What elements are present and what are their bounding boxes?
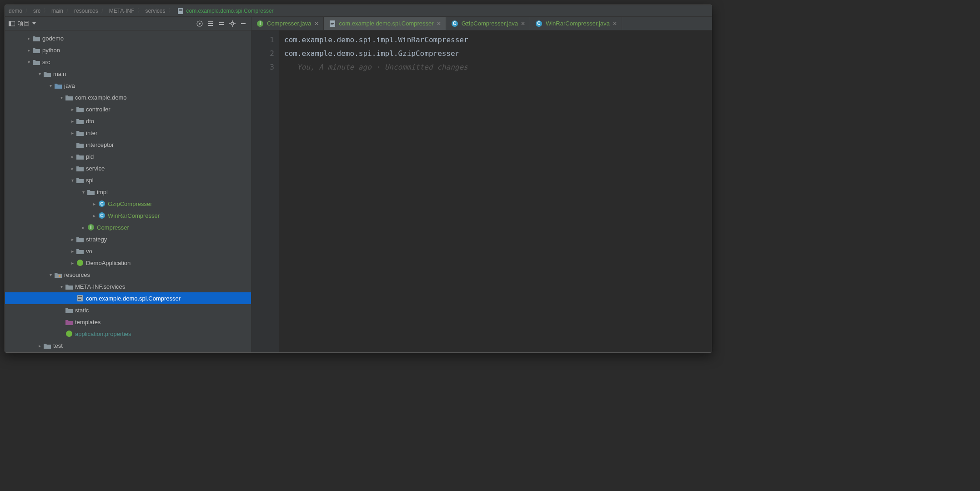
- tree-arrow-icon[interactable]: ▸: [69, 165, 76, 172]
- tree-item[interactable]: ▸dto: [5, 115, 251, 127]
- breadcrumb-part[interactable]: main: [51, 8, 63, 14]
- expand-all-icon[interactable]: [206, 20, 215, 28]
- tree-item[interactable]: ▸strategy: [5, 233, 251, 245]
- tree-item-label: main: [51, 70, 66, 77]
- tree-item[interactable]: ▾java: [5, 80, 251, 91]
- breadcrumb[interactable]: demo〉 src〉 main〉 resources〉 META-INF〉 se…: [5, 5, 712, 17]
- hide-icon[interactable]: [239, 20, 247, 28]
- tree-arrow-icon[interactable]: ▾: [47, 82, 54, 89]
- tree-arrow-icon[interactable]: ▾: [69, 176, 76, 184]
- project-tree[interactable]: ▸godemo▸python▾src▾main▾java▾com.example…: [5, 30, 251, 352]
- svg-rect-11: [219, 22, 224, 23]
- editor-tab[interactable]: ICompresser.java✕: [251, 17, 324, 30]
- tree-arrow-icon[interactable]: ▸: [25, 46, 32, 54]
- tree-arrow-icon[interactable]: ▾: [36, 70, 43, 77]
- tree-arrow-icon[interactable]: ▾: [25, 58, 32, 65]
- tree-item[interactable]: ▸ICompresser: [5, 221, 251, 233]
- project-sidebar: 项目 ▸godemo▸python▾src▾main▾java▾com.exam…: [5, 17, 251, 352]
- tree-arrow-icon[interactable]: ▸: [69, 129, 76, 136]
- tree-item[interactable]: ▸godemo: [5, 32, 251, 44]
- tree-item-label: inter: [84, 130, 97, 136]
- tree-item[interactable]: ▸CWinRarCompresser: [5, 210, 251, 221]
- tree-item[interactable]: ▾META-INF.services: [5, 281, 251, 292]
- tree-item[interactable]: ▾main: [5, 68, 251, 80]
- tree-arrow-icon[interactable]: ▸: [25, 35, 32, 42]
- tree-arrow-icon[interactable]: ▾: [80, 188, 87, 195]
- close-icon[interactable]: ✕: [613, 20, 617, 27]
- tree-item[interactable]: com.example.demo.spi.Compresser: [5, 292, 251, 304]
- folder-icon: [65, 306, 73, 314]
- tab-label: WinRarCompresser.java: [546, 20, 610, 27]
- tree-arrow-icon[interactable]: ▸: [69, 259, 76, 266]
- breadcrumb-part[interactable]: resources: [74, 8, 98, 14]
- tree-item[interactable]: ▸controller: [5, 103, 251, 115]
- tree-item-label: META-INF.services: [73, 283, 125, 290]
- tree-item[interactable]: templates: [5, 316, 251, 328]
- tree-item[interactable]: interceptor: [5, 139, 251, 150]
- code-area[interactable]: com.example.demo.spi.impl.WinRarCompress…: [279, 30, 712, 352]
- folder-icon: [76, 117, 84, 125]
- tree-item[interactable]: ▸inter: [5, 127, 251, 139]
- tree-item[interactable]: ▸python: [5, 44, 251, 56]
- tree-item[interactable]: ▾com.example.demo: [5, 91, 251, 103]
- tree-arrow-icon[interactable]: ▸: [69, 247, 76, 255]
- editor[interactable]: 1 2 3 com.example.demo.spi.impl.WinRarCo…: [251, 30, 712, 352]
- tree-arrow-icon[interactable]: ▾: [58, 94, 65, 101]
- tree-item[interactable]: application.properties: [5, 328, 251, 340]
- tree-item[interactable]: ▸DemoApplication: [5, 257, 251, 269]
- gear-icon[interactable]: [228, 20, 236, 28]
- tree-item-label: dto: [84, 118, 94, 125]
- sidebar-title[interactable]: 项目: [9, 20, 36, 28]
- tree-item-label: godemo: [40, 35, 64, 42]
- tree-item[interactable]: ▸CGzipCompresser: [5, 198, 251, 210]
- tree-arrow-icon[interactable]: ▸: [80, 224, 87, 231]
- tree-arrow-icon[interactable]: [69, 295, 76, 302]
- tree-arrow-icon[interactable]: [58, 318, 65, 326]
- java-c-icon: C: [451, 20, 459, 27]
- tab-label: com.example.demo.spi.Compresser: [339, 20, 434, 27]
- breadcrumb-file[interactable]: com.example.demo.spi.Compresser: [176, 7, 274, 15]
- editor-tab[interactable]: com.example.demo.spi.Compresser✕: [324, 17, 446, 30]
- tree-arrow-icon[interactable]: ▸: [69, 235, 76, 243]
- editor-tab[interactable]: CWinRarCompresser.java✕: [530, 17, 622, 30]
- tree-arrow-icon[interactable]: ▸: [36, 342, 43, 349]
- tree-arrow-icon[interactable]: ▸: [69, 105, 76, 113]
- select-opened-file-icon[interactable]: [196, 20, 204, 28]
- tree-item[interactable]: ▸service: [5, 162, 251, 174]
- tree-arrow-icon[interactable]: ▸: [90, 200, 98, 207]
- tree-arrow-icon[interactable]: ▸: [69, 153, 76, 160]
- svg-rect-23: [78, 299, 81, 300]
- editor-tab[interactable]: CGzipCompresser.java✕: [446, 17, 530, 30]
- breadcrumb-part[interactable]: demo: [9, 8, 22, 14]
- close-icon[interactable]: ✕: [314, 20, 319, 27]
- tree-item[interactable]: ▾impl: [5, 186, 251, 198]
- tree-arrow-icon[interactable]: ▸: [69, 117, 76, 125]
- breadcrumb-part[interactable]: src: [33, 8, 40, 14]
- editor-area: ICompresser.java✕com.example.demo.spi.Co…: [251, 17, 712, 352]
- close-icon[interactable]: ✕: [437, 20, 441, 27]
- tree-arrow-icon[interactable]: ▾: [47, 271, 54, 278]
- collapse-all-icon[interactable]: [217, 20, 226, 28]
- main-row: 项目 ▸godemo▸python▾src▾main▾java▾com.exam…: [5, 17, 712, 352]
- tree-item[interactable]: ▸pid: [5, 150, 251, 162]
- svg-rect-22: [78, 298, 82, 298]
- tree-item[interactable]: ▾src: [5, 56, 251, 68]
- tree-arrow-icon[interactable]: [69, 141, 76, 148]
- tree-arrow-icon[interactable]: [58, 330, 65, 337]
- svg-point-7: [199, 23, 201, 25]
- breadcrumb-sep-icon: 〉: [137, 7, 143, 15]
- tree-item-label: pid: [84, 153, 94, 160]
- tree-item[interactable]: ▸test: [5, 340, 251, 351]
- breadcrumb-part[interactable]: services: [146, 8, 166, 14]
- tree-arrow-icon[interactable]: ▾: [58, 283, 65, 290]
- svg-rect-9: [208, 23, 213, 24]
- tree-arrow-icon[interactable]: [58, 306, 65, 314]
- breadcrumb-part[interactable]: META-INF: [109, 8, 135, 14]
- tree-item[interactable]: ▾spi: [5, 174, 251, 186]
- tree-item[interactable]: ▾resources: [5, 269, 251, 281]
- tree-arrow-icon[interactable]: ▸: [90, 212, 98, 219]
- tree-item[interactable]: static: [5, 304, 251, 316]
- project-icon: [9, 21, 15, 26]
- close-icon[interactable]: ✕: [521, 20, 525, 27]
- tree-item[interactable]: ▸vo: [5, 245, 251, 257]
